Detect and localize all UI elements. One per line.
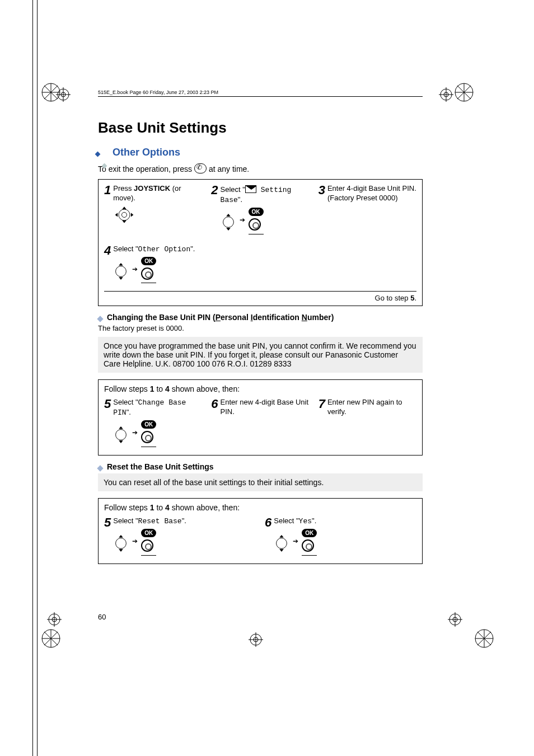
follow-steps-text: Follow steps 1 to 4 shown above, then:: [104, 503, 416, 512]
running-header: 515E_E.book Page 60 Friday, June 27, 200…: [98, 90, 423, 97]
arrow-right-icon: ➔: [240, 216, 245, 225]
center-button-icon: [249, 218, 261, 231]
diamond-icon: [100, 163, 107, 170]
reset-note: You can reset all of the base unit setti…: [98, 473, 423, 491]
subsection-title-pin: Changing the Base Unit PIN (Personal Ide…: [98, 313, 423, 322]
arrow-right-icon: ➔: [132, 537, 138, 546]
hatched-ball-icon: [41, 629, 60, 648]
arrow-right-icon: ➔: [293, 537, 298, 546]
step-number: 7: [318, 398, 325, 410]
section-title-text: Other Options: [113, 147, 180, 158]
register-mark-icon: [439, 87, 453, 102]
center-button-icon: [302, 539, 314, 552]
hatched-ball-icon: [455, 83, 474, 102]
envelope-icon: [245, 185, 256, 193]
steps-box-mid: Follow steps 1 to 4 shown above, then: 5…: [98, 379, 423, 456]
svg-point-20: [277, 538, 287, 548]
ok-badge: OK: [141, 257, 156, 265]
subsection-text: The factory preset is 0000.: [98, 324, 423, 332]
register-mark-icon: [56, 87, 71, 102]
box-footer: Go to step 5.: [104, 291, 416, 302]
ok-badge: OK: [141, 529, 156, 537]
center-button-icon: [141, 431, 153, 443]
svg-point-14: [119, 209, 130, 220]
diamond-icon: [98, 152, 105, 158]
ok-badge: OK: [141, 420, 156, 429]
ok-badge: OK: [302, 529, 317, 537]
step-number: 6: [211, 398, 218, 410]
step-number: 6: [265, 516, 271, 529]
step-number: 5: [104, 398, 111, 410]
diamond-icon: [97, 316, 103, 322]
step-2: 2 Select " Setting Base". ➔ OK: [211, 184, 309, 234]
step-5: 5 Select "Reset Base". ➔ OK: [104, 516, 256, 556]
joystick-icon: [113, 205, 135, 223]
step-7: 7 Enter new PIN again to verify.: [318, 398, 416, 447]
follow-steps-text: Follow steps 1 to 4 shown above, then:: [104, 384, 416, 393]
step-5: 5 Select "Change Base PIN". ➔ OK: [104, 398, 202, 447]
steps-box-bot: Follow steps 1 to 4 shown above, then: 5…: [98, 498, 423, 564]
ok-badge: OK: [249, 208, 264, 216]
nav-updown-icon: [274, 534, 289, 552]
svg-point-18: [116, 430, 127, 440]
page-title: Base Unit Settings: [98, 119, 423, 137]
step-6: 6 Enter new 4-digit Base Unit PIN.: [211, 398, 309, 447]
subsection-title-reset: Reset the Base Unit Settings: [98, 462, 423, 471]
step-4: 4 Select "Other Option". ➔ OK: [104, 245, 416, 284]
step-number: 2: [211, 184, 218, 196]
step-3: 3 Enter 4-digit Base Unit PIN. (Factory …: [318, 184, 416, 234]
step-1: 1 Press JOYSTICK (or move).: [104, 184, 202, 234]
warning-note: Once you have programmed the base unit P…: [98, 337, 423, 373]
page-number: 60: [98, 613, 106, 621]
arrow-right-icon: ➔: [132, 429, 138, 438]
register-mark-icon: [249, 632, 263, 647]
nav-updown-icon: [113, 262, 129, 280]
svg-point-15: [122, 212, 127, 217]
step-6: 6 Select "Yes". ➔ OK: [265, 516, 416, 556]
step-number: 1: [104, 184, 111, 196]
hatched-ball-icon: [475, 629, 494, 648]
center-button-icon: [141, 539, 153, 552]
register-mark-icon: [448, 612, 462, 627]
nav-updown-icon: [113, 425, 129, 443]
center-button-icon: [141, 267, 153, 280]
nav-updown-icon: [113, 534, 129, 552]
step-number: 5: [104, 516, 111, 529]
diamond-icon: [97, 465, 103, 471]
nav-updown-icon: [221, 213, 236, 231]
intro-text: To exit the operation, press at any time…: [98, 162, 423, 173]
arrow-right-icon: ➔: [132, 265, 138, 274]
step-number: 4: [104, 245, 111, 257]
hangup-icon: [194, 163, 207, 173]
svg-point-19: [116, 538, 127, 548]
steps-box-top: 1 Press JOYSTICK (or move). 2 Select " S…: [98, 179, 423, 306]
section-title: Other Options: [98, 147, 423, 158]
svg-point-17: [116, 266, 127, 276]
register-mark-icon: [47, 612, 62, 627]
step-number: 3: [318, 184, 325, 196]
svg-point-16: [223, 217, 233, 227]
